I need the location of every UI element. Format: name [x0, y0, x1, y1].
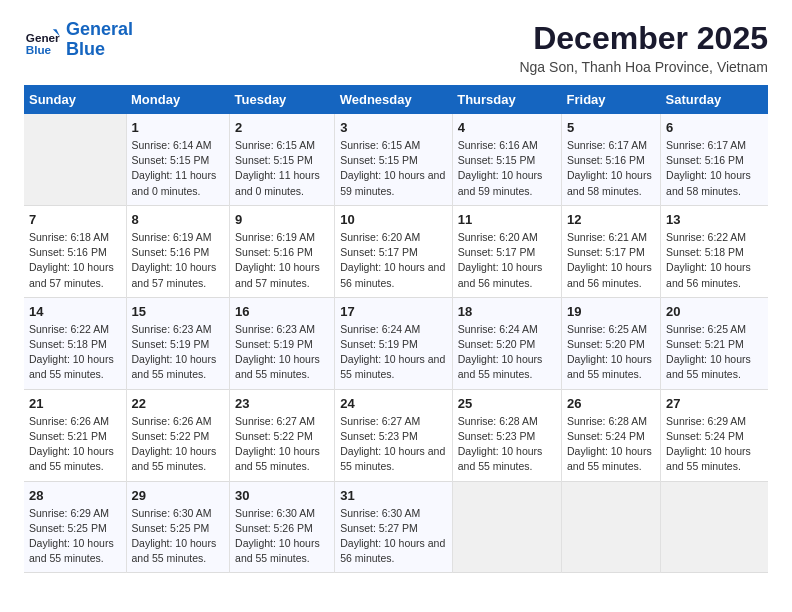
calendar-cell: 20 Sunrise: 6:25 AM Sunset: 5:21 PM Dayl…	[661, 297, 768, 389]
calendar-cell: 2 Sunrise: 6:15 AM Sunset: 5:15 PM Dayli…	[230, 114, 335, 205]
day-info: Sunrise: 6:21 AM Sunset: 5:17 PM Dayligh…	[567, 230, 655, 291]
day-info: Sunrise: 6:14 AM Sunset: 5:15 PM Dayligh…	[132, 138, 225, 199]
sunrise-label: Sunrise: 6:24 AM	[458, 323, 538, 335]
calendar-cell: 11 Sunrise: 6:20 AM Sunset: 5:17 PM Dayl…	[452, 205, 561, 297]
sunrise-label: Sunrise: 6:26 AM	[29, 415, 109, 427]
day-number: 12	[567, 212, 655, 227]
daylight-label: Daylight: 10 hours and 55 minutes.	[29, 445, 114, 472]
sunrise-label: Sunrise: 6:30 AM	[132, 507, 212, 519]
daylight-label: Daylight: 10 hours and 57 minutes.	[235, 261, 320, 288]
sunrise-label: Sunrise: 6:29 AM	[666, 415, 746, 427]
day-info: Sunrise: 6:30 AM Sunset: 5:26 PM Dayligh…	[235, 506, 329, 567]
day-info: Sunrise: 6:19 AM Sunset: 5:16 PM Dayligh…	[132, 230, 225, 291]
sunset-label: Sunset: 5:22 PM	[235, 430, 313, 442]
day-info: Sunrise: 6:20 AM Sunset: 5:17 PM Dayligh…	[340, 230, 447, 291]
day-info: Sunrise: 6:25 AM Sunset: 5:20 PM Dayligh…	[567, 322, 655, 383]
sunset-label: Sunset: 5:23 PM	[340, 430, 418, 442]
sunrise-label: Sunrise: 6:24 AM	[340, 323, 420, 335]
sunrise-label: Sunrise: 6:15 AM	[235, 139, 315, 151]
sunrise-label: Sunrise: 6:17 AM	[666, 139, 746, 151]
day-number: 21	[29, 396, 121, 411]
day-header-friday: Friday	[562, 85, 661, 114]
day-info: Sunrise: 6:22 AM Sunset: 5:18 PM Dayligh…	[29, 322, 121, 383]
sunset-label: Sunset: 5:19 PM	[132, 338, 210, 350]
calendar-cell: 9 Sunrise: 6:19 AM Sunset: 5:16 PM Dayli…	[230, 205, 335, 297]
calendar-cell: 31 Sunrise: 6:30 AM Sunset: 5:27 PM Dayl…	[335, 481, 453, 573]
calendar-cell: 26 Sunrise: 6:28 AM Sunset: 5:24 PM Dayl…	[562, 389, 661, 481]
sunset-label: Sunset: 5:16 PM	[132, 246, 210, 258]
sunset-label: Sunset: 5:22 PM	[132, 430, 210, 442]
logo-icon: General Blue	[24, 22, 60, 58]
daylight-label: Daylight: 11 hours and 0 minutes.	[235, 169, 320, 196]
day-info: Sunrise: 6:15 AM Sunset: 5:15 PM Dayligh…	[340, 138, 447, 199]
daylight-label: Daylight: 10 hours and 55 minutes.	[458, 445, 543, 472]
day-number: 15	[132, 304, 225, 319]
sunrise-label: Sunrise: 6:26 AM	[132, 415, 212, 427]
sunrise-label: Sunrise: 6:17 AM	[567, 139, 647, 151]
day-info: Sunrise: 6:17 AM Sunset: 5:16 PM Dayligh…	[567, 138, 655, 199]
daylight-label: Daylight: 10 hours and 56 minutes.	[567, 261, 652, 288]
calendar-cell: 3 Sunrise: 6:15 AM Sunset: 5:15 PM Dayli…	[335, 114, 453, 205]
calendar-cell: 27 Sunrise: 6:29 AM Sunset: 5:24 PM Dayl…	[661, 389, 768, 481]
sunrise-label: Sunrise: 6:27 AM	[235, 415, 315, 427]
day-number: 17	[340, 304, 447, 319]
calendar-cell: 19 Sunrise: 6:25 AM Sunset: 5:20 PM Dayl…	[562, 297, 661, 389]
day-header-monday: Monday	[126, 85, 230, 114]
day-number: 25	[458, 396, 556, 411]
title-block: December 2025 Nga Son, Thanh Hoa Provinc…	[519, 20, 768, 75]
calendar-cell: 4 Sunrise: 6:16 AM Sunset: 5:15 PM Dayli…	[452, 114, 561, 205]
sunrise-label: Sunrise: 6:18 AM	[29, 231, 109, 243]
day-info: Sunrise: 6:26 AM Sunset: 5:21 PM Dayligh…	[29, 414, 121, 475]
sunset-label: Sunset: 5:15 PM	[132, 154, 210, 166]
day-header-sunday: Sunday	[24, 85, 126, 114]
sunrise-label: Sunrise: 6:30 AM	[340, 507, 420, 519]
calendar-cell: 22 Sunrise: 6:26 AM Sunset: 5:22 PM Dayl…	[126, 389, 230, 481]
daylight-label: Daylight: 10 hours and 55 minutes.	[458, 353, 543, 380]
calendar-cell: 7 Sunrise: 6:18 AM Sunset: 5:16 PM Dayli…	[24, 205, 126, 297]
day-info: Sunrise: 6:28 AM Sunset: 5:24 PM Dayligh…	[567, 414, 655, 475]
calendar-cell: 28 Sunrise: 6:29 AM Sunset: 5:25 PM Dayl…	[24, 481, 126, 573]
daylight-label: Daylight: 10 hours and 55 minutes.	[132, 445, 217, 472]
sunset-label: Sunset: 5:26 PM	[235, 522, 313, 534]
day-info: Sunrise: 6:19 AM Sunset: 5:16 PM Dayligh…	[235, 230, 329, 291]
sunrise-label: Sunrise: 6:22 AM	[29, 323, 109, 335]
daylight-label: Daylight: 10 hours and 57 minutes.	[29, 261, 114, 288]
calendar-header-row: SundayMondayTuesdayWednesdayThursdayFrid…	[24, 85, 768, 114]
calendar-cell: 30 Sunrise: 6:30 AM Sunset: 5:26 PM Dayl…	[230, 481, 335, 573]
month-title: December 2025	[519, 20, 768, 57]
location-subtitle: Nga Son, Thanh Hoa Province, Vietnam	[519, 59, 768, 75]
daylight-label: Daylight: 10 hours and 56 minutes.	[340, 537, 445, 564]
sunset-label: Sunset: 5:19 PM	[235, 338, 313, 350]
day-info: Sunrise: 6:25 AM Sunset: 5:21 PM Dayligh…	[666, 322, 763, 383]
day-number: 27	[666, 396, 763, 411]
day-number: 14	[29, 304, 121, 319]
sunset-label: Sunset: 5:16 PM	[666, 154, 744, 166]
day-info: Sunrise: 6:18 AM Sunset: 5:16 PM Dayligh…	[29, 230, 121, 291]
day-header-wednesday: Wednesday	[335, 85, 453, 114]
sunrise-label: Sunrise: 6:19 AM	[132, 231, 212, 243]
daylight-label: Daylight: 10 hours and 59 minutes.	[458, 169, 543, 196]
daylight-label: Daylight: 10 hours and 55 minutes.	[235, 445, 320, 472]
calendar-table: SundayMondayTuesdayWednesdayThursdayFrid…	[24, 85, 768, 573]
day-number: 7	[29, 212, 121, 227]
daylight-label: Daylight: 10 hours and 55 minutes.	[567, 445, 652, 472]
calendar-cell: 14 Sunrise: 6:22 AM Sunset: 5:18 PM Dayl…	[24, 297, 126, 389]
daylight-label: Daylight: 10 hours and 56 minutes.	[666, 261, 751, 288]
sunset-label: Sunset: 5:15 PM	[458, 154, 536, 166]
calendar-cell: 10 Sunrise: 6:20 AM Sunset: 5:17 PM Dayl…	[335, 205, 453, 297]
sunset-label: Sunset: 5:18 PM	[29, 338, 107, 350]
day-info: Sunrise: 6:30 AM Sunset: 5:25 PM Dayligh…	[132, 506, 225, 567]
calendar-cell: 16 Sunrise: 6:23 AM Sunset: 5:19 PM Dayl…	[230, 297, 335, 389]
day-number: 16	[235, 304, 329, 319]
day-info: Sunrise: 6:24 AM Sunset: 5:20 PM Dayligh…	[458, 322, 556, 383]
day-number: 11	[458, 212, 556, 227]
day-number: 24	[340, 396, 447, 411]
sunset-label: Sunset: 5:17 PM	[458, 246, 536, 258]
day-number: 3	[340, 120, 447, 135]
calendar-cell: 17 Sunrise: 6:24 AM Sunset: 5:19 PM Dayl…	[335, 297, 453, 389]
calendar-cell: 29 Sunrise: 6:30 AM Sunset: 5:25 PM Dayl…	[126, 481, 230, 573]
day-header-tuesday: Tuesday	[230, 85, 335, 114]
sunrise-label: Sunrise: 6:19 AM	[235, 231, 315, 243]
sunset-label: Sunset: 5:15 PM	[340, 154, 418, 166]
daylight-label: Daylight: 10 hours and 55 minutes.	[235, 353, 320, 380]
